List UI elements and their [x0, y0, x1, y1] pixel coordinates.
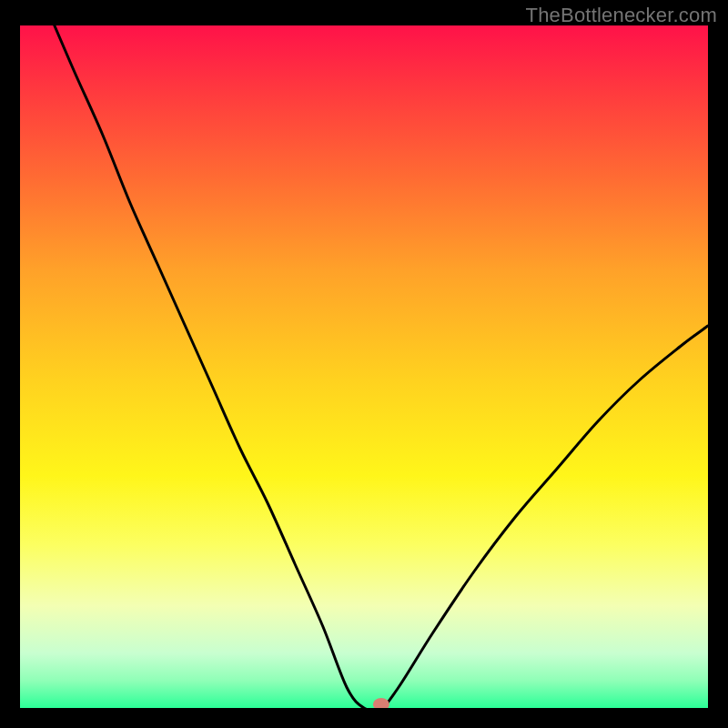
bottleneck-curve: [55, 25, 708, 708]
watermark-label: TheBottlenecker.com: [526, 4, 717, 27]
plot-svg: [20, 25, 708, 708]
plot-area: [20, 25, 708, 708]
optimal-point-marker: [373, 698, 389, 708]
chart-frame: TheBottlenecker.com: [0, 0, 728, 728]
